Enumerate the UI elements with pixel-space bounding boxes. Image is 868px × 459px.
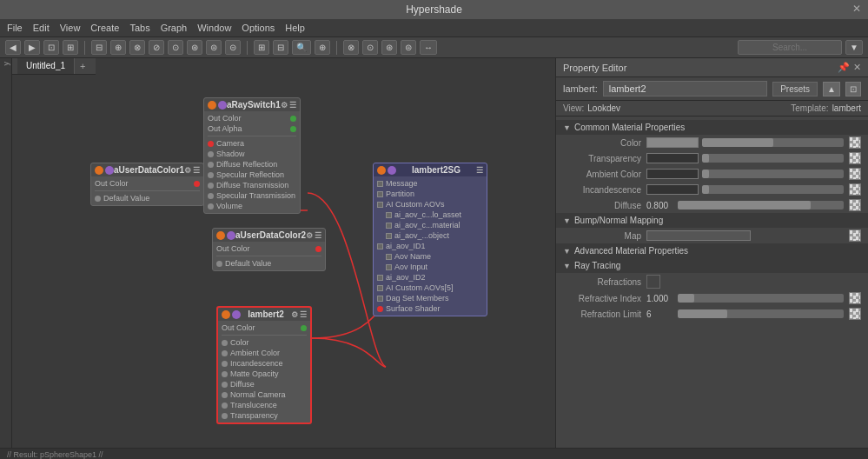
prop-close-btn[interactable]: ✕ bbox=[853, 62, 861, 73]
lambert2-normalcam-dot[interactable] bbox=[222, 392, 228, 398]
sg-aov3-dot[interactable] bbox=[386, 233, 392, 239]
node-auserdatacolor1[interactable]: aUserDataColor1 ⚙ ☰ Out Color Default Va… bbox=[90, 163, 204, 206]
ambientcolor-checker[interactable] bbox=[849, 168, 861, 180]
menu-graph[interactable]: Graph bbox=[161, 23, 188, 33]
sg-dagset-dot[interactable] bbox=[377, 296, 383, 302]
lambert2-incand-dot[interactable] bbox=[222, 361, 228, 367]
auser2-settings-icon[interactable]: ⚙ bbox=[306, 231, 313, 240]
tb-btn-5[interactable]: ⊟ bbox=[91, 40, 107, 55]
lambert2-settings-icon[interactable]: ⚙ bbox=[291, 310, 298, 319]
ambientcolor-swatch[interactable] bbox=[646, 169, 699, 179]
tb-btn-12[interactable]: ⊝ bbox=[225, 40, 241, 55]
menu-create[interactable]: Create bbox=[90, 23, 119, 33]
tb-btn-17[interactable]: ⊗ bbox=[343, 40, 359, 55]
outcolor-dot[interactable] bbox=[290, 116, 296, 122]
diffuse-slider-bg[interactable] bbox=[678, 201, 844, 210]
tb-btn-21[interactable]: ↔ bbox=[420, 40, 437, 55]
sg-message-dot[interactable] bbox=[377, 181, 383, 187]
auser1-outcolor-dot[interactable] bbox=[194, 181, 200, 187]
tb-btn-15[interactable]: 🔍 bbox=[292, 40, 311, 55]
left-tab-1[interactable]: y bbox=[2, 62, 10, 66]
incandescence-swatch[interactable] bbox=[646, 184, 699, 195]
section-common-material[interactable]: ▼ Common Material Properties bbox=[556, 120, 868, 135]
search-input[interactable] bbox=[738, 40, 842, 55]
map-checker[interactable] bbox=[849, 230, 861, 242]
transparency-swatch[interactable] bbox=[646, 153, 699, 163]
lambert2-color-dot[interactable] bbox=[222, 340, 228, 346]
incandescence-checker[interactable] bbox=[849, 183, 861, 196]
menu-view[interactable]: View bbox=[60, 23, 81, 33]
refr-index-slider-bg[interactable] bbox=[678, 294, 844, 303]
menu-help[interactable]: Help bbox=[285, 23, 305, 33]
sg-surfshader-dot[interactable] bbox=[377, 306, 383, 312]
sg-aicustom-dot[interactable] bbox=[377, 202, 383, 208]
lambert2-translucence-dot[interactable] bbox=[222, 402, 228, 409]
graph-tab-add[interactable]: + bbox=[75, 58, 90, 74]
diffuse-checker[interactable] bbox=[849, 199, 861, 211]
tb-btn-3[interactable]: ⊡ bbox=[43, 40, 59, 55]
section-advanced-material[interactable]: ▼ Advanced Material Properties bbox=[556, 243, 868, 258]
tb-btn-4[interactable]: ⊞ bbox=[63, 40, 78, 55]
sg-settings-icon[interactable]: ☰ bbox=[476, 166, 483, 175]
sg-aovid1-dot[interactable] bbox=[377, 243, 383, 249]
outalpha-dot[interactable] bbox=[290, 126, 296, 132]
tb-btn-13[interactable]: ⊞ bbox=[254, 40, 269, 55]
refr-index-checker[interactable] bbox=[849, 292, 861, 304]
tb-btn-2[interactable]: ▶ bbox=[24, 40, 40, 55]
menu-window[interactable]: Window bbox=[197, 23, 231, 33]
menu-tabs[interactable]: Tabs bbox=[129, 23, 149, 33]
incandescence-slider-bg[interactable] bbox=[702, 185, 844, 194]
close-button[interactable]: ✕ bbox=[852, 3, 861, 15]
tb-btn-19[interactable]: ⊛ bbox=[381, 40, 397, 55]
sg-aicustom5-dot[interactable] bbox=[377, 285, 383, 291]
node-auserdatacolor2[interactable]: aUserDataColor2 ⚙ ☰ Out Color Default Va… bbox=[212, 228, 326, 271]
tb-btn-11[interactable]: ⊜ bbox=[206, 40, 222, 55]
prop-icon-btn-2[interactable]: ⊡ bbox=[845, 82, 861, 96]
auser2-menu-icon[interactable]: ☰ bbox=[315, 231, 321, 240]
transparency-checker[interactable] bbox=[849, 152, 861, 164]
tb-btn-9[interactable]: ⊙ bbox=[168, 40, 183, 55]
auser2-default-dot[interactable] bbox=[216, 261, 222, 267]
arayswitch-menu-icon[interactable]: ☰ bbox=[289, 101, 296, 110]
sg-partition-dot[interactable] bbox=[377, 191, 383, 197]
sg-aov2-dot[interactable] bbox=[386, 223, 392, 229]
node-lambert2sg[interactable]: lambert2SG ☰ Message Partition AI Custom… bbox=[373, 163, 487, 316]
tb-btn-8[interactable]: ⊘ bbox=[149, 40, 164, 55]
auser1-settings-icon[interactable]: ⚙ bbox=[184, 166, 191, 175]
spectrans-dot[interactable] bbox=[208, 193, 214, 199]
color-slider-bg[interactable] bbox=[702, 138, 844, 147]
tb-btn-1[interactable]: ◀ bbox=[5, 40, 21, 55]
sg-aov1-dot[interactable] bbox=[386, 212, 392, 218]
section-bump-mapping[interactable]: ▼ Bump/Normal Mapping bbox=[556, 213, 868, 228]
diffrefl-dot[interactable] bbox=[208, 162, 214, 168]
tb-btn-14[interactable]: ⊟ bbox=[273, 40, 288, 55]
section-ray-tracing[interactable]: ▼ Ray Tracing bbox=[556, 258, 868, 273]
graph-area[interactable]: Untitled_1 + aRaySwitch1 bbox=[12, 58, 555, 448]
prop-icon-btn-1[interactable]: ▲ bbox=[823, 82, 840, 96]
tb-btn-18[interactable]: ⊙ bbox=[362, 40, 378, 55]
refractions-checkbox[interactable] bbox=[646, 275, 660, 289]
presets-button[interactable]: Presets bbox=[772, 82, 818, 96]
ambientcolor-slider-bg[interactable] bbox=[702, 170, 844, 178]
volume-dot[interactable] bbox=[208, 203, 214, 210]
specrefl-dot[interactable] bbox=[208, 172, 214, 178]
tb-btn-16[interactable]: ⊕ bbox=[315, 40, 330, 55]
refr-limit-checker[interactable] bbox=[849, 308, 861, 320]
lambert2-diffuse-dot[interactable] bbox=[222, 382, 228, 388]
lambert-name-input[interactable] bbox=[603, 81, 767, 96]
auser1-menu-icon[interactable]: ☰ bbox=[193, 166, 200, 175]
menu-file[interactable]: File bbox=[7, 23, 23, 33]
prop-pin-btn[interactable]: 📌 bbox=[838, 62, 850, 73]
sg-aovinput-dot[interactable] bbox=[386, 264, 392, 270]
color-swatch[interactable] bbox=[646, 137, 699, 148]
refr-limit-slider-bg[interactable] bbox=[678, 309, 844, 318]
tb-btn-7[interactable]: ⊗ bbox=[129, 40, 145, 55]
graph-tab-untitled[interactable]: Untitled_1 bbox=[17, 58, 75, 74]
node-lambert2[interactable]: lambert2 ⚙ ☰ Out Color Color Am bbox=[216, 306, 312, 424]
arayswitch-settings-icon[interactable]: ⚙ bbox=[281, 101, 288, 110]
tb-btn-6[interactable]: ⊕ bbox=[110, 40, 126, 55]
lambert2-ambcolor-dot[interactable] bbox=[222, 350, 228, 356]
sg-aovid2-dot[interactable] bbox=[377, 275, 383, 281]
search-dropdown[interactable]: ▼ bbox=[845, 40, 863, 55]
menu-options[interactable]: Options bbox=[242, 23, 275, 33]
